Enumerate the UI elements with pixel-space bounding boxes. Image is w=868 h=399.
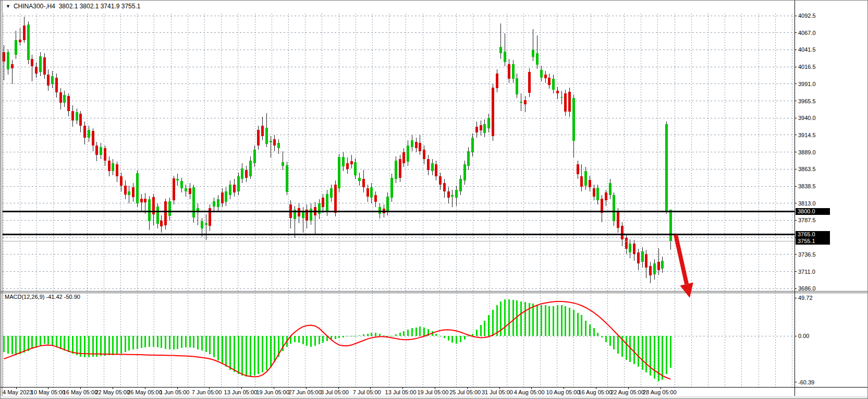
time-axis-label[interactable]: 25 Jul 05:00: [449, 389, 481, 395]
candle-bearish: [322, 198, 324, 207]
time-axis-label[interactable]: 7 Jul 05:00: [353, 389, 381, 395]
macd-histogram-bar: [488, 315, 490, 336]
macd-axis-label[interactable]: -60.39: [798, 379, 814, 385]
candle-bearish: [3, 52, 5, 62]
macd-histogram-bar: [419, 327, 421, 336]
macd-axis-label[interactable]: 49.72: [798, 295, 813, 301]
macd-histogram-bar: [225, 336, 227, 367]
price-axis-label[interactable]: 4092.5: [798, 13, 816, 19]
candle-bearish: [423, 150, 425, 159]
time-axis-label[interactable]: 10 May 05:00: [31, 389, 66, 395]
macd-histogram-bar: [319, 336, 320, 344]
time-axis-label[interactable]: 26 May 05:00: [127, 389, 162, 395]
time-axis-label[interactable]: 31 Jul 05:00: [482, 389, 513, 395]
macd-histogram-bar: [354, 336, 356, 336]
macd-histogram-bar: [448, 336, 449, 341]
macd-histogram-bar: [371, 333, 372, 336]
macd-histogram-bar: [56, 336, 57, 347]
price-axis-label[interactable]: 4041.5: [798, 46, 816, 53]
candle-bearish: [108, 161, 111, 172]
price-axis-label[interactable]: 3991.0: [798, 81, 816, 87]
candle-bearish: [362, 179, 365, 187]
time-axis-label[interactable]: 19 Jun 05:00: [256, 389, 289, 395]
time-axis-label[interactable]: 1 Jun 05:00: [160, 389, 190, 395]
time-axis-label[interactable]: 19 Jul 05:00: [417, 389, 448, 395]
time-axis-label[interactable]: 28 Aug 05:00: [643, 389, 677, 395]
macd-histogram-bar: [492, 310, 494, 336]
price-axis-label[interactable]: 3914.5: [798, 132, 816, 138]
candle-bullish: [512, 64, 515, 79]
time-axis-label[interactable]: 16 Aug 05:00: [578, 389, 612, 395]
time-axis-label[interactable]: 10 Aug 05:00: [546, 389, 580, 395]
candle-bearish: [245, 170, 248, 178]
price-axis-label[interactable]: 3686.0: [798, 285, 816, 292]
candle-bearish: [257, 130, 260, 146]
time-axis-label[interactable]: 4 Aug 05:00: [514, 389, 545, 395]
candle-bearish: [435, 164, 437, 176]
price-axis-label[interactable]: 3965.5: [798, 98, 816, 104]
candle-bullish: [516, 78, 518, 94]
price-axis-label[interactable]: 3863.5: [798, 166, 816, 172]
macd-histogram-bar: [508, 299, 510, 336]
macd-histogram-bar: [322, 336, 324, 343]
candle-bullish: [27, 25, 30, 60]
candle-bearish: [402, 152, 405, 163]
time-axis-label[interactable]: 4 May 2023: [3, 389, 32, 395]
trend-arrow-shaft[interactable]: [676, 235, 687, 284]
candle-bearish: [492, 88, 494, 137]
time-axis-label[interactable]: 22 Aug 05:00: [610, 389, 644, 395]
candle-bearish: [496, 74, 498, 88]
candle-bearish: [71, 111, 74, 120]
macd-histogram-bar: [335, 336, 336, 339]
price-axis-label[interactable]: 3787.5: [798, 217, 816, 223]
candle-bullish: [318, 203, 321, 214]
price-axis-label[interactable]: 3940.0: [798, 115, 816, 121]
time-axis-label[interactable]: 13 Jun 05:00: [224, 389, 258, 395]
candle-bullish: [629, 244, 631, 253]
macd-histogram-bar: [391, 336, 393, 336]
macd-histogram-bar: [654, 336, 655, 379]
candle-bullish: [459, 179, 462, 191]
price-axis-label[interactable]: 3838.5: [798, 183, 816, 189]
macd-histogram-bar: [577, 313, 579, 336]
price-axis-label[interactable]: 4067.0: [798, 30, 816, 36]
time-axis-label[interactable]: 27 Jun 05:00: [288, 389, 322, 395]
price-axis-label[interactable]: 3711.0: [798, 269, 815, 275]
time-axis-label[interactable]: 16 May 05:00: [63, 389, 98, 395]
macd-histogram-bar: [359, 335, 360, 336]
macd-histogram-bar: [217, 336, 219, 360]
candle-bullish: [88, 130, 90, 138]
time-axis-label[interactable]: 7 Jun 05:00: [192, 389, 222, 395]
candle-bullish: [192, 187, 195, 217]
candle-bearish: [116, 164, 118, 176]
time-axis-label[interactable]: 3 Jul 05:00: [321, 389, 349, 395]
price-axis-label[interactable]: 3736.5: [798, 251, 816, 258]
price-axis-label[interactable]: 4016.5: [798, 64, 816, 70]
macd-histogram-bar: [274, 336, 275, 362]
macd-histogram-bar: [524, 302, 526, 336]
price-axis-label[interactable]: 3813.0: [798, 200, 816, 207]
macd-histogram-bar: [189, 336, 191, 347]
macd-histogram-bar: [650, 336, 651, 376]
price-axis-label[interactable]: 3889.0: [798, 149, 816, 155]
candle-bullish: [100, 147, 102, 155]
macd-histogram-bar: [504, 299, 506, 336]
time-axis-label[interactable]: 22 May 05:00: [95, 389, 130, 395]
candle-bullish: [185, 188, 187, 191]
symbol-dropdown-icon[interactable]: ▼: [6, 4, 10, 9]
candle-bullish: [613, 195, 615, 221]
candle-bullish: [229, 185, 231, 196]
time-axis-label[interactable]: 13 Jul 05:00: [385, 389, 417, 395]
level-price-tag: 3765.0: [796, 231, 830, 238]
macd-histogram-bar: [601, 336, 603, 337]
candle-bearish: [637, 252, 640, 263]
price-chart[interactable]: [1, 1, 868, 399]
candle-bullish: [641, 251, 644, 262]
macd-histogram-bar: [35, 336, 37, 347]
candle-bearish: [83, 126, 86, 138]
candle-bullish: [358, 178, 361, 181]
macd-histogram-bar: [262, 336, 263, 372]
macd-axis-label[interactable]: 0.00: [798, 333, 809, 339]
candle-bullish: [205, 223, 207, 225]
macd-indicator-label: MACD(12,26,9) -41.42 -50.90: [5, 294, 80, 300]
